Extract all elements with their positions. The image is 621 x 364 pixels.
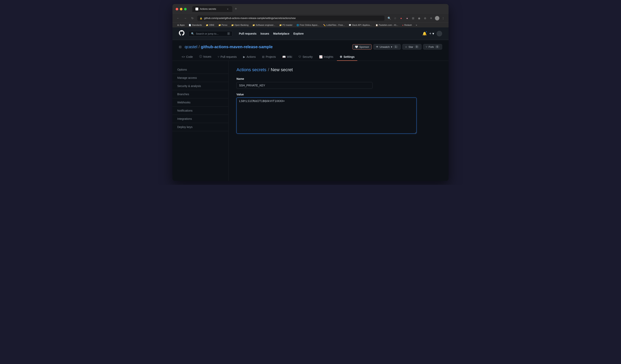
address-bar[interactable]: 🔒 github.com/qcastel/github-actions-mave… <box>197 16 384 21</box>
github-logo[interactable] <box>179 30 185 37</box>
code-tab-icon: <> <box>182 55 185 58</box>
breadcrumb-current: New secret <box>271 67 293 72</box>
perso-bookmark-icon: 📁 <box>219 24 221 26</box>
nav-explore[interactable]: Explore <box>292 31 305 36</box>
sidebar-item-integrations[interactable]: Integrations <box>172 115 228 123</box>
bookmark-software-engineer[interactable]: 📁 Software engineer... <box>251 23 277 27</box>
bookmarks-more[interactable]: » <box>414 23 419 27</box>
nav-pull-requests[interactable]: Pull requests <box>237 31 258 36</box>
sidebar-item-security-analysis[interactable]: Security & analysis <box>172 82 228 90</box>
sidebar-item-notifications[interactable]: Notifications <box>172 107 228 115</box>
tab-pull-requests[interactable]: ⑂ Pull requests <box>215 53 240 61</box>
minimize-button[interactable] <box>180 8 182 10</box>
nav-marketplace[interactable]: Marketplace <box>272 31 291 36</box>
bookmark-pastebin[interactable]: 📋 Pastebin.com - #1... <box>374 23 400 27</box>
obie-bookmark-icon: 📁 <box>206 24 208 26</box>
sponsor-icon: 🤍 <box>355 45 358 49</box>
browser-window: Actions secrets ✕ + ← → ↻ 🔒 github.com/q… <box>172 4 448 181</box>
extension-icon-3[interactable]: ⊞ <box>411 16 415 20</box>
tab-wiki[interactable]: 📖 Wiki <box>279 53 295 61</box>
sidebar-item-webhooks[interactable]: Webhooks <box>172 99 228 107</box>
sidebar-item-manage-access[interactable]: Manage access <box>172 74 228 82</box>
pastebin-bookmark-icon: 📋 <box>376 24 378 26</box>
search-icon: 🔍 <box>191 32 194 35</box>
avatar-toolbar[interactable] <box>435 16 439 20</box>
pull-requests-tab-icon: ⑂ <box>218 55 219 58</box>
tab-bar: Actions secrets ✕ + <box>192 6 239 12</box>
toolbar-icons: 🔍 ☆ ● ● ⊞ ◉ ⊛ ✳ ⋮ <box>387 16 445 20</box>
bookmark-open-banking[interactable]: 📁 Open Banking <box>230 23 250 27</box>
unwatch-button[interactable]: 👁 Unwatch ▾ 1 <box>373 44 401 50</box>
repo-header: ⊟ qcastel / github-actions-maven-release… <box>172 40 448 61</box>
bookmark-star-icon[interactable]: ☆ <box>393 16 397 20</box>
bookmark-slack[interactable]: 💬 Slack API: Applica... <box>347 23 373 27</box>
repo-tabs: <> Code ⓘ Issues ⑂ Pull requests ▶ Actio… <box>179 53 442 61</box>
tab-close-button[interactable]: ✕ <box>226 8 229 10</box>
bookmark-lottiefiles[interactable]: ✏️ LottieFiles - Free... <box>322 23 346 27</box>
nav-issues[interactable]: Issues <box>259 31 271 36</box>
bookmark-redash[interactable]: ● Redash <box>401 23 414 27</box>
back-button[interactable]: ← <box>176 16 180 21</box>
reload-button[interactable]: ↻ <box>190 16 195 21</box>
tab-security[interactable]: 🛡 Security <box>296 53 315 61</box>
tab-settings[interactable]: ⚙ Settings <box>337 53 357 61</box>
sidebar-item-options[interactable]: Options <box>172 66 228 74</box>
browser-controls: Actions secrets ✕ + <box>176 6 445 12</box>
security-tab-icon: 🛡 <box>298 55 301 58</box>
value-textarea[interactable]: LS0tLS1CRUdJTiBQUkVVT1XXXX= <box>237 98 416 133</box>
star-count: 0 <box>414 45 419 49</box>
extension-icon-4[interactable]: ◉ <box>417 16 421 20</box>
close-button[interactable] <box>176 8 178 10</box>
standards-bookmark-icon: 📄 <box>189 24 191 26</box>
tab-code[interactable]: <> Code <box>179 53 196 61</box>
extension-icon-1[interactable]: ● <box>399 16 403 20</box>
extension-icon-5[interactable]: ⊛ <box>423 16 427 20</box>
tab-projects[interactable]: ⊟ Projects <box>259 53 279 61</box>
browser-titlebar: Actions secrets ✕ + <box>172 4 448 14</box>
open-banking-bookmark-icon: 📁 <box>231 24 234 26</box>
fork-button[interactable]: ⑂ Fork 0 <box>423 44 442 50</box>
browser-tab-active[interactable]: Actions secrets ✕ <box>192 6 232 12</box>
value-form-group: Value LS0tLS1CRUdJTiBQUkVVT1XXXX= <box>237 93 441 134</box>
unwatch-chevron-icon: ▾ <box>391 45 392 49</box>
sponsor-button[interactable]: 🤍 Sponsor <box>352 44 372 50</box>
user-avatar[interactable] <box>436 31 442 36</box>
bookmark-p2[interactable]: 📁 P2 master <box>278 23 294 27</box>
bookmark-standards[interactable]: 📄 Standards <box>187 23 204 27</box>
extension-icon-6[interactable]: ✳ <box>429 16 433 20</box>
notifications-icon[interactable]: 🔔 <box>422 31 427 36</box>
forward-button[interactable]: → <box>183 16 188 21</box>
sidebar-item-deploy-keys[interactable]: Deploy keys <box>172 123 228 131</box>
redash-bookmark-icon: ● <box>402 24 404 26</box>
star-button[interactable]: ☆ Star 0 <box>402 44 422 50</box>
name-input[interactable] <box>237 82 373 89</box>
settings-tab-icon: ⚙ <box>340 55 342 58</box>
add-menu[interactable]: + ▾ <box>429 31 434 36</box>
sidebar-item-branches[interactable]: Branches <box>172 90 228 99</box>
maximize-button[interactable] <box>184 8 187 10</box>
name-label: Name <box>237 77 441 80</box>
star-icon: ☆ <box>405 45 407 49</box>
repo-owner[interactable]: qcastel <box>185 45 197 49</box>
fork-icon: ⑂ <box>426 45 427 49</box>
bookmark-apps[interactable]: ⊞ Apps <box>176 23 186 27</box>
new-tab-button[interactable]: + <box>233 6 239 12</box>
menu-button[interactable]: ⋮ <box>441 16 445 20</box>
search-shortcut: / <box>227 32 230 35</box>
actions-tab-icon: ▶ <box>243 55 245 58</box>
github-nav: Pull requests Issues Marketplace Explore <box>237 31 305 36</box>
breadcrumb-link[interactable]: Actions secrets <box>237 67 266 72</box>
bookmark-obie[interactable]: 📁 OBIE <box>204 23 216 27</box>
search-toolbar-icon[interactable]: 🔍 <box>387 16 391 20</box>
main-content: Options Manage access Security & analysi… <box>172 61 448 181</box>
tab-insights[interactable]: 📈 Insights <box>316 53 336 61</box>
software-engineer-bookmark-icon: 📁 <box>253 24 255 26</box>
bookmark-free-online[interactable]: 🌐 Free Online Appoi... <box>295 23 321 27</box>
repo-name[interactable]: github-actions-maven-release-sample <box>201 45 273 49</box>
unwatch-count: 1 <box>394 45 398 49</box>
extension-icon-2[interactable]: ● <box>405 16 409 20</box>
bookmark-perso[interactable]: 📁 Perso <box>217 23 229 27</box>
tab-issues[interactable]: ⓘ Issues <box>196 53 214 61</box>
tab-actions[interactable]: ▶ Actions <box>240 53 259 61</box>
search-box[interactable]: 🔍 Search or jump to... / <box>189 31 232 36</box>
